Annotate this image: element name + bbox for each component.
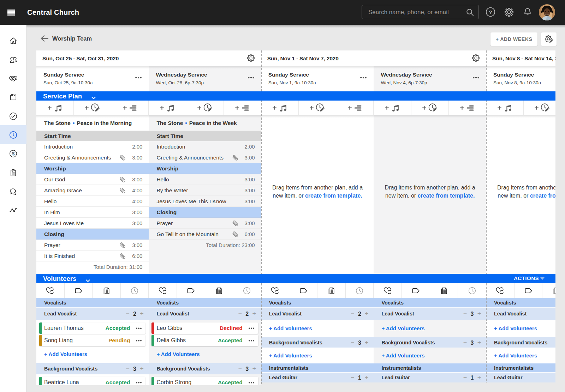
svg-text:$: $ [12, 151, 15, 156]
svg-text:?: ? [489, 9, 492, 15]
